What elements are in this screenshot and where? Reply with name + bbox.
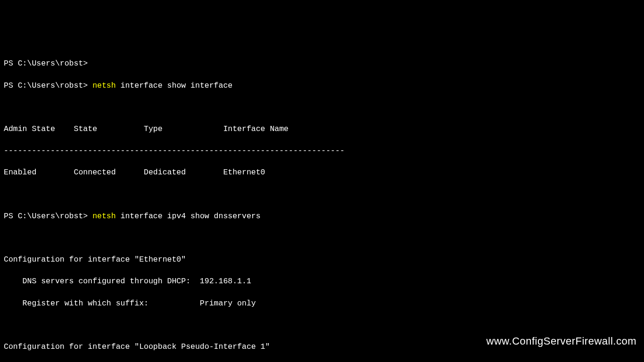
watermark-text: www.ConfigServerFirewall.com <box>487 334 636 349</box>
command-args: interface ipv4 show dnsservers <box>116 212 261 221</box>
dns-dhcp-line: DNS servers configured through DHCP: 192… <box>4 276 640 287</box>
prompt-text: PS C:\Users\robst> <box>4 81 88 90</box>
table-divider: ----------------------------------------… <box>4 145 640 156</box>
command-line-2: PS C:\Users\robst> netsh interface ipv4 … <box>4 211 640 222</box>
command-keyword: netsh <box>92 212 116 221</box>
blank-line <box>4 320 640 330</box>
table-row: Enabled Connected Dedicated Ethernet0 <box>4 167 640 178</box>
prompt-text: PS C:\Users\robst> <box>4 212 88 221</box>
prompt-line: PS C:\Users\robst> <box>4 58 640 69</box>
terminal-output[interactable]: PS C:\Users\robst> PS C:\Users\robst> ne… <box>4 47 640 362</box>
blank-line <box>4 189 640 200</box>
blank-line <box>4 102 640 113</box>
command-keyword: netsh <box>92 81 116 90</box>
config-header-ethernet: Configuration for interface "Ethernet0" <box>4 254 640 265</box>
table-header: Admin State State Type Interface Name <box>4 123 640 134</box>
register-suffix-line: Register with which suffix: Primary only <box>4 298 640 309</box>
command-args: interface show interface <box>116 81 233 90</box>
blank-line <box>4 232 640 243</box>
command-line-1: PS C:\Users\robst> netsh interface show … <box>4 80 640 91</box>
